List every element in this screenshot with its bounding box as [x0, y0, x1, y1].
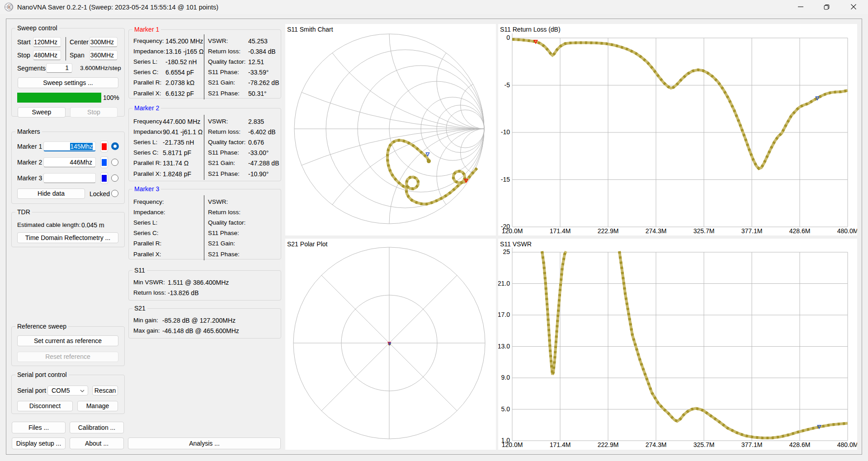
svg-text:S11 Return Loss (dB): S11 Return Loss (dB)	[500, 26, 561, 33]
svg-text:-15: -15	[501, 176, 510, 183]
svg-text:480.0M: 480.0M	[837, 227, 859, 235]
svg-text:171.4M: 171.4M	[550, 227, 571, 235]
svg-text:5.0: 5.0	[501, 405, 510, 413]
svg-text:325.7M: 325.7M	[693, 227, 715, 235]
svg-text:S11 VSWR: S11 VSWR	[500, 240, 532, 248]
svg-text:377.1M: 377.1M	[741, 441, 763, 448]
svg-text:274.3M: 274.3M	[646, 227, 667, 235]
svg-text:377.1M: 377.1M	[741, 227, 763, 235]
svg-text:274.3M: 274.3M	[646, 441, 667, 448]
svg-text:428.6M: 428.6M	[789, 441, 811, 448]
svg-text:S21 Polar Plot: S21 Polar Plot	[287, 240, 328, 248]
svg-text:120.0M: 120.0M	[502, 227, 523, 235]
svg-text:S11 Smith Chart: S11 Smith Chart	[287, 26, 333, 33]
svg-text:9.0: 9.0	[501, 374, 510, 381]
svg-text:-5: -5	[505, 81, 510, 89]
svg-text:-10: -10	[501, 128, 510, 136]
svg-text:25: 25	[503, 248, 510, 255]
svg-text:222.9M: 222.9M	[598, 227, 619, 235]
svg-text:17.0: 17.0	[498, 311, 510, 318]
svg-text:480.0M: 480.0M	[837, 441, 859, 448]
svg-text:120.0M: 120.0M	[502, 441, 523, 448]
svg-text:428.6M: 428.6M	[789, 227, 811, 235]
svg-text:0: 0	[506, 34, 510, 41]
svg-text:222.9M: 222.9M	[598, 441, 619, 448]
svg-text:325.7M: 325.7M	[693, 441, 715, 448]
svg-text:13.0: 13.0	[498, 343, 510, 350]
svg-text:171.4M: 171.4M	[550, 441, 571, 448]
svg-text:21.0: 21.0	[498, 280, 510, 287]
